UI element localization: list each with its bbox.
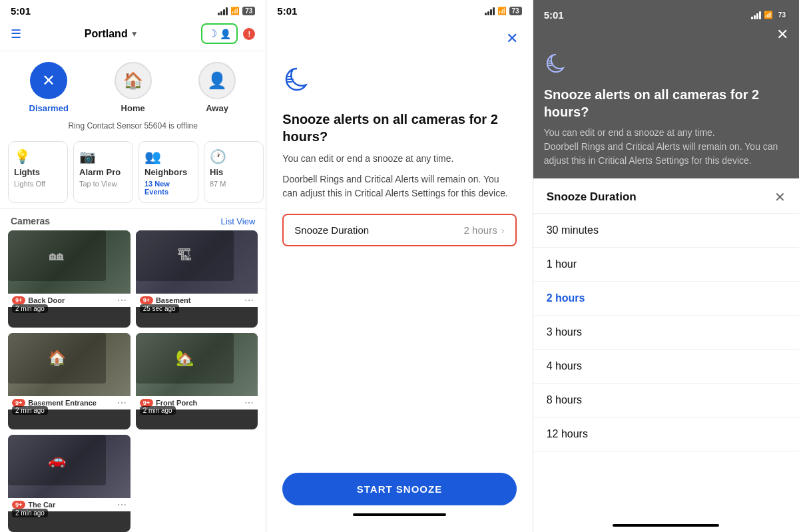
duration-list: 30 minutes 1 hour 2 hours 3 hours 4 hour… — [533, 214, 799, 519]
back-door-name: Back Door — [28, 296, 65, 304]
away-circle: 👤 — [198, 62, 236, 99]
snooze-duration-value: 2 hours › — [464, 224, 505, 236]
camera-the-car[interactable]: 🚗 2 min ago 9+ The Car ⋯ — [8, 435, 131, 532]
front-porch-time: 2 min ago — [140, 406, 176, 415]
home-bar-3 — [613, 524, 719, 527]
p3-moon-icon — [544, 51, 788, 78]
back-door-badge: 9+ Back Door — [12, 296, 65, 304]
list-view-button[interactable]: List View — [221, 216, 256, 226]
front-porch-thumb: 🏡 — [136, 333, 258, 396]
status-bar-2: 5:01 📶 73 — [266, 0, 532, 19]
alarm-pro-title: Alarm Pro — [79, 167, 127, 177]
back-door-menu[interactable]: ⋯ — [117, 295, 127, 306]
tile-neighbors[interactable]: 👥 Neighbors 13 New Events — [138, 141, 198, 203]
header-icons: ☽ 👤 ! — [201, 23, 255, 44]
p3-desc1: You can edit or end a snooze at any time… — [544, 126, 788, 140]
neighbors-icon: 👥 — [144, 148, 192, 164]
duration-3hours[interactable]: 3 hours — [533, 316, 799, 350]
time-3: 5:01 — [544, 9, 564, 21]
basement-name: Basement — [156, 296, 191, 304]
mode-disarmed[interactable]: ✕ Disarmed — [7, 62, 91, 113]
mode-away[interactable]: 👤 Away — [175, 62, 259, 113]
chevron-right-icon: › — [501, 224, 505, 236]
battery-3: 73 — [776, 11, 788, 19]
tile-alarm-pro[interactable]: 📷 Alarm Pro Tap to View — [73, 141, 133, 203]
p2-desc2: Doorbell Rings and Critical Alerts will … — [282, 172, 516, 200]
wifi-icon-3: 📶 — [764, 11, 773, 19]
moon-icon: ☽ — [208, 27, 217, 40]
basement-thumb: 🏗 — [136, 230, 258, 294]
back-door-time: 2 min ago — [12, 304, 48, 313]
camera-basement-entrance[interactable]: 🏠 2 min ago 9+ Basement Entrance ⋯ — [8, 333, 131, 430]
snooze-icon-highlighted[interactable]: ☽ 👤 — [201, 23, 238, 44]
neighbors-title: Neighbors — [144, 167, 192, 177]
home-bar-2 — [353, 513, 447, 516]
camera-front-porch[interactable]: 🏡 2 min ago 9+ Front Porch ⋯ — [136, 333, 258, 430]
close-button-2[interactable]: ✕ — [502, 29, 522, 49]
duration-4hours[interactable]: 4 hours — [533, 350, 799, 384]
front-porch-menu[interactable]: ⋯ — [244, 398, 254, 408]
alarm-pro-icon: 📷 — [79, 148, 127, 164]
p2-header: ✕ — [266, 19, 532, 54]
wifi-icon-1: 📶 — [230, 7, 240, 15]
moon-icon-large — [282, 65, 516, 100]
home-circle: 🏠 — [115, 62, 152, 99]
signal-icon-1 — [218, 7, 228, 15]
snooze-duration-row[interactable]: Snooze Duration 2 hours › — [282, 214, 516, 246]
the-car-badge: 9+ The Car — [12, 501, 55, 509]
battery-2: 73 — [509, 7, 522, 15]
basement-count: 9+ — [140, 296, 153, 304]
duration-close-button[interactable]: ✕ — [774, 189, 786, 205]
battery-1: 73 — [242, 7, 255, 15]
status-icons-3: 📶 73 — [751, 11, 788, 19]
basement-badge: 9+ Basement — [140, 296, 191, 304]
duration-1hour[interactable]: 1 hour — [533, 248, 799, 282]
tile-history[interactable]: 🕐 His 87 M — [204, 141, 264, 203]
disarmed-label: Disarmed — [29, 103, 69, 113]
mode-home[interactable]: 🏠 Home — [91, 62, 174, 113]
basement-menu[interactable]: ⋯ — [244, 295, 254, 306]
the-car-name: The Car — [28, 501, 55, 509]
menu-icon[interactable]: ☰ — [11, 27, 21, 41]
basement-entrance-time: 2 min ago — [12, 406, 48, 415]
panel-home: 5:01 📶 73 ☰ Portland ▼ ☽ 👤 ! — [0, 0, 266, 532]
p3-white-section: Snooze Duration ✕ 30 minutes 1 hour 2 ho… — [533, 178, 799, 532]
duration-2hours[interactable]: 2 hours — [533, 282, 799, 316]
p2-title: Snooze alerts on all cameras for 2 hours… — [282, 111, 516, 145]
basement-entrance-menu[interactable]: ⋯ — [117, 398, 127, 408]
p1-header: ☰ Portland ▼ ☽ 👤 ! — [0, 19, 266, 51]
the-car-count: 9+ — [12, 501, 25, 509]
p3-header: ✕ — [544, 26, 788, 43]
camera-basement[interactable]: 🏗 25 sec ago 9+ Basement ⋯ — [136, 230, 258, 328]
duration-8hours[interactable]: 8 hours — [533, 384, 799, 417]
close-button-3[interactable]: ✕ — [776, 26, 788, 43]
camera-back-door[interactable]: 🏘 2 min ago 9+ Back Door ⋯ — [8, 230, 131, 328]
location-label: Portland — [85, 28, 128, 40]
start-snooze-button[interactable]: START SNOOZE — [282, 473, 516, 505]
snooze-duration-text: 2 hours — [464, 224, 497, 236]
front-porch-name: Front Porch — [156, 399, 197, 407]
basement-entrance-badge: 9+ Basement Entrance — [12, 399, 97, 407]
the-car-menu[interactable]: ⋯ — [117, 499, 127, 510]
camera-grid: 🏘 2 min ago 9+ Back Door ⋯ 🏗 25 sec ago … — [0, 230, 266, 532]
p2-content: Snooze alerts on all cameras for 2 hours… — [266, 54, 532, 462]
p2-bottom: START SNOOZE — [266, 462, 532, 532]
alert-badge: ! — [243, 28, 255, 40]
snooze-person-icon: 👤 — [220, 29, 231, 39]
duration-12hours[interactable]: 12 hours — [533, 417, 799, 451]
chevron-down-icon: ▼ — [131, 29, 138, 39]
duration-30min[interactable]: 30 minutes — [533, 214, 799, 248]
front-porch-badge: 9+ Front Porch — [140, 399, 198, 407]
tile-lights[interactable]: 💡 Lights Lights Off — [8, 141, 68, 203]
location-selector[interactable]: Portland ▼ — [85, 28, 138, 40]
status-icons-2: 📶 73 — [485, 7, 522, 15]
cameras-header: Cameras List View — [0, 209, 266, 230]
alarm-pro-subtitle: Tap to View — [79, 180, 127, 188]
history-icon: 🕐 — [210, 148, 258, 164]
the-car-thumb: 🚗 — [8, 435, 131, 498]
status-icons-1: 📶 73 — [218, 7, 255, 15]
mode-selector: ✕ Disarmed 🏠 Home 👤 Away — [0, 51, 266, 119]
home-label: Home — [121, 103, 145, 113]
time-2: 5:01 — [277, 5, 297, 17]
lights-subtitle: Lights Off — [14, 180, 62, 188]
